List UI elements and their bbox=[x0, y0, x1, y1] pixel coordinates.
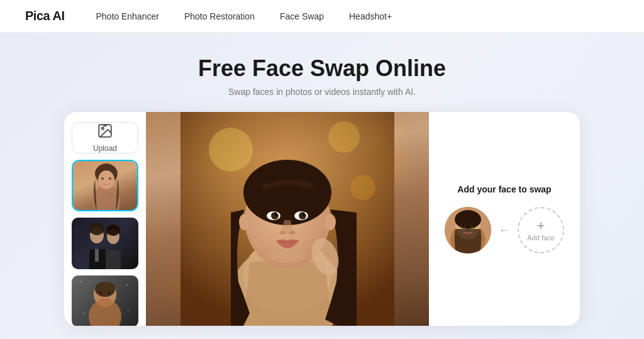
svg-point-56 bbox=[473, 225, 475, 226]
nav-item-photo-enhancer[interactable]: Photo Enhancer bbox=[96, 11, 158, 21]
svg-point-28 bbox=[350, 175, 375, 200]
svg-rect-11 bbox=[95, 249, 99, 262]
svg-rect-13 bbox=[106, 250, 121, 269]
thumbnail-img-3 bbox=[72, 275, 138, 326]
svg-point-15 bbox=[106, 225, 120, 236]
hero-title: Free Face Swap Online bbox=[0, 55, 644, 82]
svg-point-17 bbox=[89, 299, 121, 326]
svg-point-44 bbox=[269, 248, 306, 263]
svg-point-22 bbox=[126, 284, 128, 286]
add-face-button[interactable]: + Add face bbox=[518, 207, 564, 253]
main-image-area bbox=[146, 112, 429, 326]
svg-point-42 bbox=[279, 231, 286, 235]
right-panel: Add your face to swap bbox=[429, 112, 580, 326]
svg-point-41 bbox=[305, 213, 307, 214]
svg-point-43 bbox=[289, 231, 296, 235]
svg-point-19 bbox=[99, 292, 103, 295]
svg-point-23 bbox=[84, 313, 85, 314]
hero-section: Free Face Swap Online Swap faces in phot… bbox=[0, 33, 644, 112]
upload-icon bbox=[97, 123, 113, 142]
upload-button[interactable]: Upload bbox=[72, 122, 138, 153]
svg-point-21 bbox=[80, 281, 82, 282]
thumbnail-3[interactable] bbox=[72, 275, 138, 326]
svg-point-33 bbox=[243, 160, 331, 225]
face-swap-row: ← + Add face bbox=[445, 207, 564, 253]
upload-label: Upload bbox=[93, 144, 117, 153]
svg-point-20 bbox=[108, 292, 111, 295]
svg-point-24 bbox=[128, 309, 129, 311]
svg-point-55 bbox=[463, 225, 465, 226]
logo: Pica AI bbox=[25, 9, 64, 23]
svg-point-7 bbox=[101, 177, 104, 180]
svg-point-14 bbox=[89, 223, 104, 235]
svg-point-47 bbox=[325, 214, 336, 230]
source-face-circle bbox=[445, 207, 491, 253]
svg-point-27 bbox=[328, 121, 360, 153]
arrow-icon: ← bbox=[499, 224, 510, 237]
hero-subtitle: Swap faces in photos or videos instantly… bbox=[0, 87, 644, 97]
thumbnail-1[interactable] bbox=[72, 160, 138, 211]
svg-point-46 bbox=[239, 214, 250, 230]
sidebar: Upload bbox=[64, 112, 146, 326]
thumbnail-2[interactable] bbox=[72, 218, 138, 269]
main-photo-canvas bbox=[146, 112, 429, 326]
plus-icon: + bbox=[537, 219, 545, 233]
svg-point-52 bbox=[455, 210, 481, 229]
thumbnail-img-2 bbox=[72, 218, 138, 269]
logo-text: Pica AI bbox=[25, 9, 64, 23]
svg-point-8 bbox=[109, 177, 111, 180]
add-face-title: Add your face to swap bbox=[457, 184, 551, 194]
header: Pica AI Photo Enhancer Photo Restoration… bbox=[0, 0, 644, 33]
nav-item-photo-restoration[interactable]: Photo Restoration bbox=[184, 11, 255, 21]
svg-point-6 bbox=[98, 170, 114, 189]
svg-point-39 bbox=[303, 213, 305, 216]
nav-item-face-swap[interactable]: Face Swap bbox=[280, 11, 324, 21]
thumbnail-img-1 bbox=[73, 161, 137, 210]
add-face-label: Add face bbox=[527, 234, 554, 242]
svg-point-1 bbox=[102, 128, 104, 130]
nav-item-headshot-plus[interactable]: Headshot+ bbox=[349, 11, 392, 21]
svg-point-38 bbox=[275, 213, 277, 216]
nav: Photo Enhancer Photo Restoration Face Sw… bbox=[96, 11, 392, 21]
main-card: Upload bbox=[64, 112, 580, 326]
svg-point-18 bbox=[95, 282, 115, 297]
svg-point-40 bbox=[277, 213, 279, 214]
svg-point-26 bbox=[209, 128, 253, 172]
